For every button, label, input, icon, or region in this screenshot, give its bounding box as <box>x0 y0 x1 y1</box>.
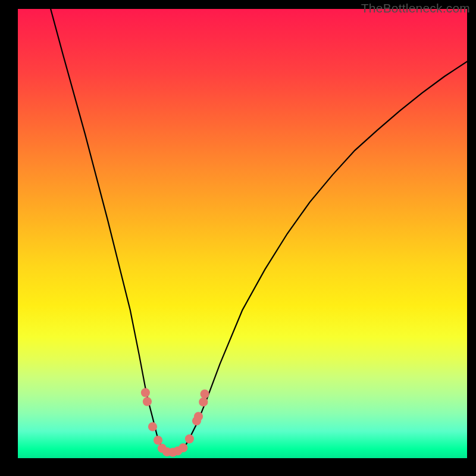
plot-area <box>18 9 467 458</box>
marker-dot <box>200 389 209 398</box>
marker-dot <box>178 443 187 452</box>
marker-dot <box>143 397 152 406</box>
marker-dot <box>154 436 162 444</box>
marker-dot <box>194 412 203 421</box>
curve-layer <box>18 9 467 458</box>
highlighted-points <box>141 388 209 457</box>
marker-dot <box>141 388 150 397</box>
watermark-text: TheBottleneck.com <box>361 1 470 15</box>
marker-dot <box>148 422 157 431</box>
bottleneck-curve <box>51 9 467 452</box>
chart-stage: TheBottleneck.com <box>0 0 476 476</box>
marker-dot <box>199 397 208 406</box>
marker-dot <box>185 434 194 443</box>
